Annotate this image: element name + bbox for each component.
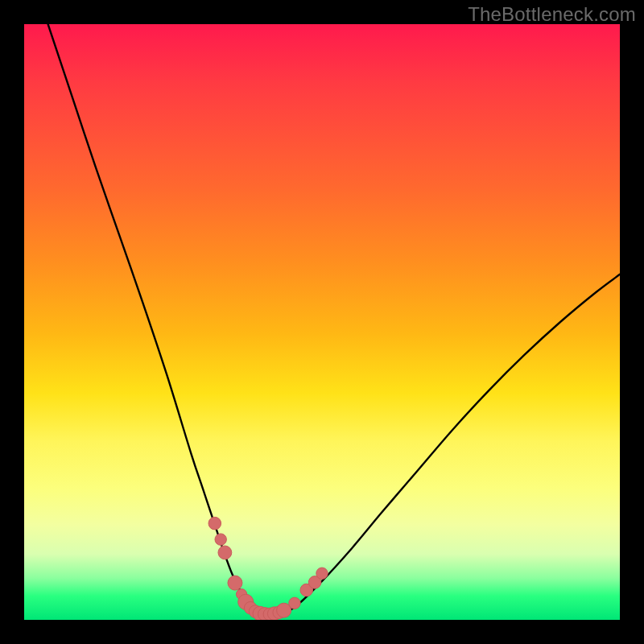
- outer-frame: TheBottleneck.com: [0, 0, 644, 644]
- watermark-text: TheBottleneck.com: [468, 3, 636, 26]
- curve-marker: [218, 546, 232, 559]
- curve-markers: [208, 517, 328, 620]
- curve-marker: [228, 576, 242, 590]
- bottleneck-curve: [48, 24, 620, 614]
- curve-marker: [215, 534, 226, 545]
- curve-svg: [24, 24, 620, 620]
- curve-marker: [316, 568, 328, 579]
- curve-marker: [289, 597, 300, 609]
- curve-marker: [208, 517, 221, 530]
- plot-area: [24, 24, 620, 620]
